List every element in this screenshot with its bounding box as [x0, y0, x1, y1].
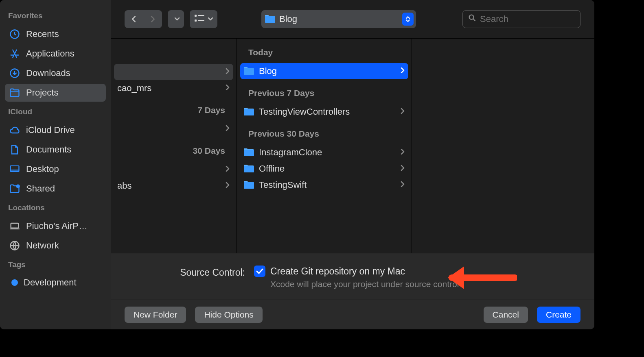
section-tags: Tags — [8, 260, 103, 269]
row-label: TestingViewControllers — [259, 107, 350, 117]
group-header: Today — [237, 39, 412, 63]
sidebar-item-label: iCloud Drive — [26, 125, 75, 135]
sidebar-item-airpods[interactable]: Piucho's AirP… — [5, 217, 106, 235]
folder-row[interactable]: Offline — [240, 161, 408, 177]
forward-button[interactable] — [143, 10, 162, 28]
section-locations: Locations — [8, 203, 103, 212]
sidebar-item-downloads[interactable]: Downloads — [5, 64, 106, 82]
column-2[interactable] — [412, 39, 594, 253]
folder-row[interactable] — [114, 64, 233, 80]
group-header: 30 Days — [111, 137, 237, 161]
chevron-right-icon — [400, 165, 405, 172]
search-input[interactable] — [480, 14, 575, 24]
desktop-icon — [9, 163, 20, 175]
column-1[interactable]: Today Blog Previous 7 Days TestingViewCo… — [237, 39, 412, 253]
chevron-right-icon — [400, 108, 405, 115]
chevron-down-icon — [208, 15, 213, 23]
source-control-panel: Source Control: Create Git repository on… — [111, 253, 594, 300]
updown-icon — [402, 13, 414, 26]
folder-icon — [265, 15, 275, 24]
folder-row[interactable]: TestingSwift — [240, 177, 408, 193]
sidebar-item-label: Development — [24, 277, 77, 288]
svg-rect-8 — [195, 15, 197, 17]
sidebar-item-network[interactable]: Network — [5, 237, 106, 255]
cancel-button[interactable]: Cancel — [484, 307, 528, 323]
chevron-right-icon — [225, 85, 230, 92]
chevron-right-icon — [225, 68, 230, 76]
bottom-bar: New Folder Hide Options Cancel Create — [111, 300, 594, 329]
sidebar: Favorites Recents Applications Downloads — [0, 0, 111, 329]
nav-group — [125, 10, 162, 28]
column-browser: cao_mrs 7 Days 30 Days abs — [111, 38, 594, 253]
save-dialog: Favorites Recents Applications Downloads — [0, 0, 594, 329]
svg-rect-2 — [11, 166, 19, 172]
folder-icon — [243, 67, 254, 76]
sidebar-item-label: Downloads — [26, 68, 70, 78]
sidebar-item-label: Projects — [26, 87, 58, 98]
sidebar-item-desktop[interactable]: Desktop — [5, 160, 106, 178]
sidebar-item-label: Documents — [26, 144, 71, 155]
sidebar-item-label: Applications — [26, 48, 74, 59]
group-header: Previous 7 Days — [237, 79, 412, 104]
checkbox-label[interactable]: Create Git repository on my Mac — [270, 266, 405, 277]
sidebar-item-icloud-drive[interactable]: iCloud Drive — [5, 121, 106, 139]
toolbar: Blog — [111, 0, 594, 38]
folder-row[interactable]: InstagramClone — [240, 144, 408, 161]
create-button[interactable]: Create — [537, 307, 580, 323]
chevron-right-icon — [225, 125, 230, 133]
folder-icon — [9, 87, 20, 98]
check-icon — [256, 268, 263, 274]
folder-row[interactable]: cao_mrs — [114, 80, 233, 96]
tag-dot-icon — [11, 279, 18, 286]
folder-icon — [243, 107, 254, 116]
svg-rect-5 — [11, 223, 19, 228]
svg-rect-9 — [195, 20, 197, 22]
folder-icon — [243, 164, 254, 173]
folder-icon — [243, 181, 254, 189]
git-checkbox[interactable] — [254, 266, 265, 277]
sidebar-item-label: Network — [26, 240, 59, 251]
search-field[interactable] — [462, 10, 580, 28]
group-by-popup[interactable] — [190, 10, 217, 28]
sidebar-item-tag-development[interactable]: Development — [5, 274, 106, 291]
laptop-icon — [9, 220, 20, 232]
row-label: Offline — [259, 163, 285, 174]
source-control-label: Source Control: — [127, 267, 245, 278]
sidebar-item-label: Piucho's AirP… — [26, 221, 88, 231]
sidebar-item-label: Desktop — [26, 164, 59, 174]
sidebar-item-shared[interactable]: Shared — [5, 180, 106, 198]
sidebar-item-applications[interactable]: Applications — [5, 45, 106, 63]
sidebar-item-projects[interactable]: Projects — [5, 84, 106, 102]
document-icon — [9, 144, 20, 155]
group-icon — [194, 14, 205, 24]
path-popup[interactable]: Blog — [261, 10, 416, 28]
row-label: TestingSwift — [259, 180, 307, 190]
chevron-right-icon — [400, 67, 405, 75]
globe-icon — [9, 240, 20, 251]
column-0[interactable]: cao_mrs 7 Days 30 Days abs — [111, 39, 237, 253]
sidebar-item-recents[interactable]: Recents — [5, 25, 106, 43]
folder-row[interactable]: TestingViewControllers — [240, 104, 408, 120]
cloud-icon — [9, 124, 20, 136]
folder-row[interactable]: abs — [114, 178, 233, 194]
chevron-right-icon — [225, 182, 230, 189]
back-button[interactable] — [125, 10, 143, 28]
chevron-right-icon — [400, 181, 405, 189]
folder-row-blog[interactable]: Blog — [240, 63, 408, 79]
sidebar-item-label: Shared — [26, 183, 55, 194]
new-folder-button[interactable]: New Folder — [125, 307, 186, 323]
sidebar-item-documents[interactable]: Documents — [5, 141, 106, 159]
appstore-icon — [9, 48, 20, 59]
view-as-columns[interactable] — [168, 10, 184, 28]
clock-icon — [9, 28, 20, 40]
group-header: Previous 30 Days — [237, 120, 412, 144]
section-icloud: iCloud — [8, 107, 103, 116]
folder-row[interactable] — [114, 121, 233, 137]
hide-options-button[interactable]: Hide Options — [195, 307, 262, 323]
svg-point-12 — [469, 15, 474, 20]
shared-folder-icon — [9, 183, 20, 194]
sidebar-item-label: Recents — [26, 29, 59, 39]
row-label: InstagramClone — [259, 147, 322, 158]
path-label: Blog — [279, 14, 297, 24]
folder-row[interactable] — [114, 161, 233, 178]
